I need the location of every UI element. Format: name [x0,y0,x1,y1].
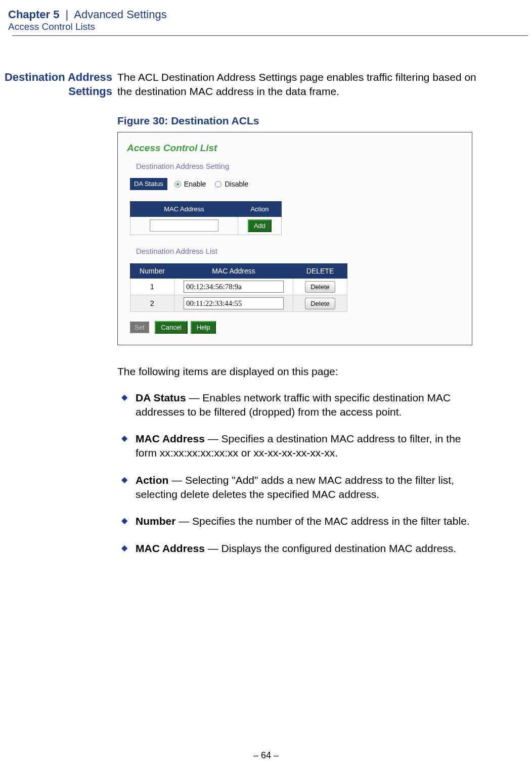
mac-cell-input[interactable] [184,297,284,309]
radio-dot-icon [174,181,181,188]
list-item: MAC Address — Specifies a destination MA… [117,432,476,460]
col-delete: DELETE [293,263,347,278]
margin-column: Destination Address Settings [0,70,117,568]
radio-enable[interactable]: Enable [174,179,206,189]
destination-address-list: Number MAC Address DELETE 1 Delete 2 Del… [130,263,347,312]
delete-button[interactable]: Delete [305,298,335,309]
term: MAC Address [136,433,205,444]
list-item: Action — Selecting "Add" adds a new MAC … [117,473,476,501]
margin-heading-line2: Settings [68,85,112,98]
mac-cell-input[interactable] [184,281,284,293]
panel-title: Access Control List [127,142,463,154]
section-title: Access Control Lists [8,21,532,32]
table-row: 1 Delete [130,279,347,295]
da-status-row: DA Status Enable Disable [130,178,463,190]
term: DA Status [136,392,186,403]
intro-paragraph: The ACL Destination Address Settings pag… [117,70,476,98]
radio-disable-label: Disable [225,179,248,189]
col-number: Number [130,263,174,278]
add-button[interactable]: Add [248,219,272,232]
term: MAC Address [136,542,205,554]
cell-number: 1 [130,279,174,295]
margin-heading-line1: Destination Address [5,71,112,83]
help-button[interactable]: Help [191,321,216,334]
col-action: Action [238,201,282,216]
desc: — Selecting "Add" adds a new MAC address… [136,474,454,500]
page-number: – 64 – [253,750,279,760]
da-status-label: DA Status [130,178,167,190]
chapter-title: Advanced Settings [74,8,166,21]
figure-panel: Access Control List Destination Address … [117,132,472,346]
list-item: MAC Address — Displays the configured de… [117,541,476,556]
term: Number [136,515,175,527]
desc: — Specifies the number of the MAC addres… [175,515,469,527]
bullet-list: DA Status — Enables network traffic with… [117,391,476,556]
add-mac-table: MAC Address Action Add [130,201,282,235]
panel-subtitle-setting: Destination Address Setting [136,161,463,171]
list-item: Number — Specifies the number of the MAC… [117,514,476,528]
chapter-line: Chapter 5 | Advanced Settings [8,8,532,21]
header-rule [12,35,528,36]
col-mac-address: MAC Address [130,201,238,216]
figure-caption: Figure 30: Destination ACLs [117,114,476,128]
radio-disable[interactable]: Disable [215,179,248,189]
radio-enable-label: Enable [184,179,206,189]
page-header: Chapter 5 | Advanced Settings Access Con… [0,0,532,36]
page-footer: – 64 – [0,750,532,761]
panel-subtitle-list: Destination Address List [136,246,463,256]
delete-button[interactable]: Delete [305,281,335,293]
radio-dot-icon [215,181,221,188]
set-button[interactable]: Set [130,322,149,333]
list-item: DA Status — Enables network traffic with… [117,391,476,419]
desc: — Displays the configured destination MA… [205,542,456,554]
margin-heading: Destination Address Settings [5,70,112,98]
table-row: 2 Delete [130,295,347,312]
term: Action [136,474,168,486]
separator: | [63,8,72,21]
col-mac: MAC Address [174,263,293,278]
content-column: The ACL Destination Address Settings pag… [117,70,507,568]
followup-text: The following items are displayed on thi… [117,364,476,379]
chapter-label: Chapter 5 [8,8,59,21]
cell-number: 2 [130,295,174,312]
mac-address-input[interactable] [150,219,218,232]
cancel-button[interactable]: Cancel [155,321,187,334]
panel-action-buttons: Set Cancel Help [130,319,463,334]
